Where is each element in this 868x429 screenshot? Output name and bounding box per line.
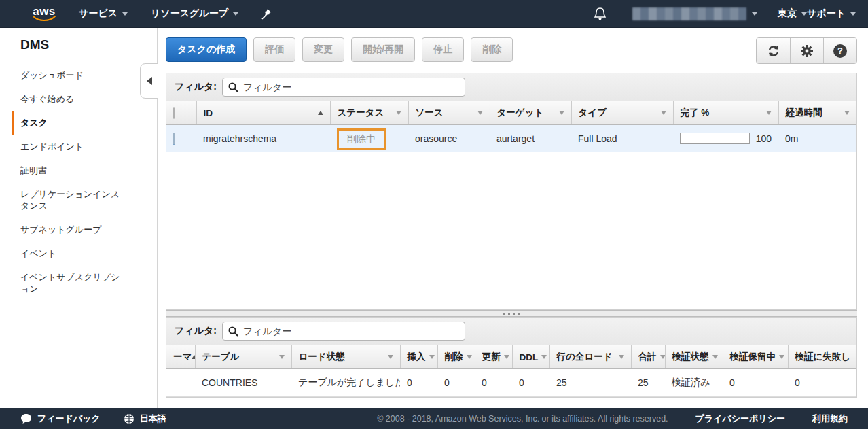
status-highlight-box: 削除中 <box>337 128 386 150</box>
sidebar-item-tasks[interactable]: タスク <box>12 111 132 135</box>
bottom-gap <box>166 398 857 408</box>
col-status[interactable]: ステータス <box>330 101 408 125</box>
sidebar-item-dashboard[interactable]: ダッシュボード <box>20 63 140 87</box>
sidebar-item-events[interactable]: イベント <box>20 241 140 265</box>
sort-icon <box>467 355 472 359</box>
load-state-cell: テーブルが完了しました <box>291 369 400 397</box>
col-total-label: 合計 <box>638 351 657 363</box>
col-total[interactable]: 合計 <box>631 345 665 369</box>
sort-icon <box>766 111 772 115</box>
schema-cell <box>166 369 195 397</box>
terms-link[interactable]: 利用規約 <box>812 413 848 425</box>
delete-button[interactable]: 削除 <box>471 37 513 62</box>
sort-ascending-icon <box>318 111 323 115</box>
footer: フィードバック 日本語 © 2008 - 2018, Amazon Web Se… <box>0 408 868 429</box>
col-load-state-label: ロード状態 <box>299 351 345 363</box>
tables-filter-input[interactable] <box>222 322 465 341</box>
col-percent[interactable]: 完了 % <box>673 101 778 125</box>
tasks-empty-space <box>166 152 856 309</box>
sidebar-item-event-subscriptions[interactable]: イベントサブスクリプション <box>20 265 140 301</box>
table-statistics-table: ーマ テーブル ロード状態 挿入 削除 更新 DDL 行の全ロード 合計 検証状… <box>166 345 856 397</box>
toolbar-icon-group: ? <box>756 37 857 64</box>
col-status-label: ステータス <box>338 107 384 119</box>
account-menu[interactable] <box>632 7 757 20</box>
col-validation-failed[interactable]: 検証に失敗し <box>788 345 856 369</box>
language-label: 日本語 <box>140 413 166 425</box>
resource-groups-menu[interactable]: リソースグループ <box>151 7 238 20</box>
create-task-button[interactable]: タスクの作成 <box>166 37 247 62</box>
privacy-policy-link[interactable]: プライバシーポリシー <box>695 413 785 425</box>
search-icon <box>228 82 238 92</box>
col-deletes[interactable]: 削除 <box>437 345 475 369</box>
feedback-button[interactable]: フィードバック <box>20 413 101 425</box>
collapse-left-icon <box>147 77 152 85</box>
col-load-state[interactable]: ロード状態 <box>291 345 400 369</box>
col-schema[interactable]: ーマ <box>166 345 195 369</box>
select-all-checkbox[interactable] <box>173 107 175 119</box>
col-percent-label: 完了 % <box>681 107 710 119</box>
col-validation-pending[interactable]: 検証保留中 <box>723 345 788 369</box>
task-source-cell: orasource <box>408 125 490 152</box>
tasks-filter-input[interactable] <box>222 78 465 97</box>
col-ddl[interactable]: DDL <box>512 345 549 369</box>
sidebar-item-certificates[interactable]: 証明書 <box>20 158 140 182</box>
table-stats-row[interactable]: COUNTRIES テーブルが完了しました 0 0 0 0 25 25 検証済み… <box>166 369 856 397</box>
row-checkbox[interactable] <box>173 133 175 145</box>
sidebar-item-replication-instances[interactable]: レプリケーションインスタンス <box>20 182 140 218</box>
services-menu[interactable]: サービス <box>79 7 128 20</box>
col-target[interactable]: ターゲット <box>490 101 571 125</box>
modify-button[interactable]: 変更 <box>302 37 344 62</box>
question-mark-icon: ? <box>833 44 847 58</box>
pushpin-icon[interactable] <box>261 8 272 20</box>
chevron-down-icon <box>122 12 128 16</box>
inserts-cell: 0 <box>400 369 437 397</box>
col-full-load-rows[interactable]: 行の全ロード <box>549 345 631 369</box>
help-button[interactable]: ? <box>823 38 856 63</box>
aws-smile-icon <box>33 16 56 21</box>
sort-icon <box>388 355 393 359</box>
col-validation-state[interactable]: 検証状態 <box>665 345 723 369</box>
main-content: タスクの作成 評価 変更 開始/再開 停止 削除 <box>158 28 868 408</box>
sidebar-item-endpoints[interactable]: エンドポイント <box>20 135 140 158</box>
col-source[interactable]: ソース <box>408 101 490 125</box>
assess-button[interactable]: 評価 <box>253 37 295 62</box>
sidebar-collapse-button[interactable] <box>140 63 158 99</box>
tasks-toolbar: タスクの作成 評価 変更 開始/再開 停止 削除 <box>166 37 857 64</box>
updates-cell: 0 <box>475 369 512 397</box>
task-row[interactable]: migratehrschema 削除中 orasource aurtarget … <box>166 125 856 152</box>
stop-button[interactable]: 停止 <box>422 37 464 62</box>
tasks-panel: フィルタ: ID ステー <box>166 73 857 310</box>
chevron-down-icon <box>801 12 807 16</box>
sort-icon <box>541 355 547 359</box>
support-menu[interactable]: サポート <box>807 7 856 20</box>
region-menu[interactable]: 東京 <box>778 7 807 20</box>
search-icon <box>228 326 238 337</box>
refresh-button[interactable] <box>757 38 790 63</box>
col-validation-pending-label: 検証保留中 <box>730 351 776 363</box>
panel-resize-splitter[interactable] <box>166 310 857 317</box>
top-navbar: aws サービス リソースグループ 東京 サポート <box>0 0 868 28</box>
start-restart-button[interactable]: 開始/再開 <box>351 37 415 62</box>
col-id[interactable]: ID <box>196 101 330 125</box>
aws-logo[interactable]: aws <box>33 6 56 21</box>
col-elapsed[interactable]: 経過時間 <box>778 101 856 125</box>
tasks-table-header-row: ID ステータス ソース ターゲット タイプ 完了 % 経過時間 <box>166 101 856 125</box>
col-ddl-label: DDL <box>520 352 539 362</box>
notifications-bell-icon[interactable] <box>594 7 607 21</box>
sidebar-item-subnet-groups[interactable]: サブネットグループ <box>20 218 140 241</box>
sort-icon <box>559 111 564 115</box>
settings-button[interactable] <box>790 38 823 63</box>
globe-icon <box>124 413 134 424</box>
select-all-header <box>166 101 196 125</box>
progress-percent-label: 100 <box>756 133 772 144</box>
col-updates[interactable]: 更新 <box>475 345 512 369</box>
sidebar-item-get-started[interactable]: 今すぐ始める <box>20 87 140 111</box>
support-label: サポート <box>807 7 846 20</box>
language-button[interactable]: 日本語 <box>124 413 166 425</box>
col-table[interactable]: テーブル <box>195 345 291 369</box>
col-inserts[interactable]: 挿入 <box>400 345 437 369</box>
row-select-cell <box>166 125 196 152</box>
col-type[interactable]: タイプ <box>571 101 673 125</box>
col-table-label: テーブル <box>202 351 240 363</box>
task-status-cell: 削除中 <box>330 125 408 152</box>
